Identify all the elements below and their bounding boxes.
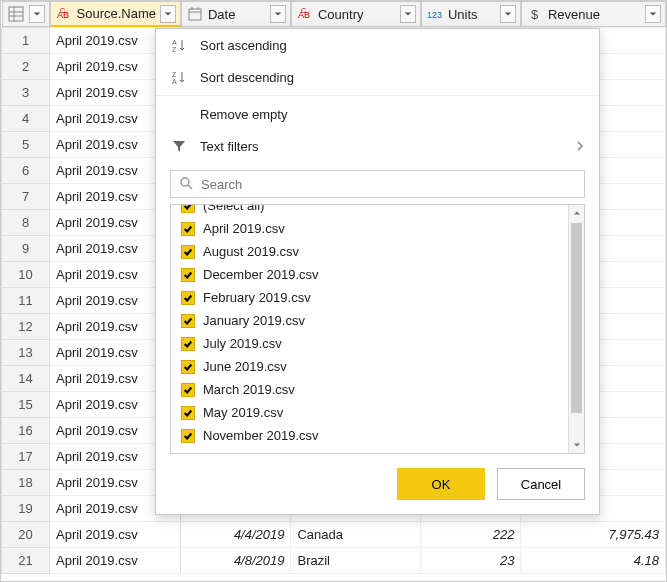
checkbox-checked-icon[interactable] [181,314,195,328]
filter-value-item[interactable]: April 2019.csv [177,217,562,240]
filter-value-item[interactable]: (Select all) [177,205,562,217]
cell-country[interactable]: Canada [291,522,421,548]
search-input-wrap[interactable] [170,170,585,198]
column-header-units[interactable]: 123 Units [421,1,521,27]
menu-label: Text filters [200,139,259,154]
checkbox-checked-icon[interactable] [181,337,195,351]
dropdown-icon[interactable] [500,5,516,23]
row-number[interactable]: 6 [2,158,50,184]
filter-value-item[interactable]: June 2019.csv [177,355,562,378]
svg-text:Z: Z [172,71,177,78]
text-filters[interactable]: Text filters [156,130,599,162]
filter-value-item[interactable]: May 2019.csv [177,401,562,424]
checkbox-checked-icon[interactable] [181,222,195,236]
checkbox-checked-icon[interactable] [181,245,195,259]
row-number[interactable]: 15 [2,392,50,418]
row-number[interactable]: 17 [2,444,50,470]
row-number[interactable]: 11 [2,288,50,314]
svg-text:A: A [172,78,177,84]
sort-ascending[interactable]: AZ Sort ascending [156,29,599,61]
filter-value-item[interactable]: July 2019.csv [177,332,562,355]
filter-value-label: June 2019.csv [203,359,287,374]
row-number[interactable]: 14 [2,366,50,392]
row-number[interactable]: 7 [2,184,50,210]
row-number[interactable]: 13 [2,340,50,366]
column-header-revenue[interactable]: $ Revenue [521,1,666,27]
row-number[interactable]: 4 [2,106,50,132]
row-number[interactable]: 1 [2,28,50,54]
cell-units[interactable]: 222 [421,522,521,548]
table-row[interactable]: 21April 2019.csv4/8/2019Brazil234.18 [2,548,666,574]
cell-date[interactable]: 4/8/2019 [181,548,291,574]
table-row[interactable]: 20April 2019.csv4/4/2019Canada2227,975.4… [2,522,666,548]
cell-source-name[interactable]: April 2019.csv [50,548,181,574]
row-number[interactable]: 19 [2,496,50,522]
dropdown-icon[interactable] [400,5,416,23]
row-number[interactable]: 5 [2,132,50,158]
checkbox-checked-icon[interactable] [181,205,195,213]
dropdown-icon[interactable] [160,5,176,23]
filter-value-item[interactable]: August 2019.csv [177,240,562,263]
sort-asc-icon: AZ [170,38,188,52]
text-type-icon: ABC [296,5,314,23]
remove-empty[interactable]: Remove empty [156,98,599,130]
cell-revenue[interactable]: 7,975.43 [521,522,666,548]
filter-value-item[interactable]: November 2019.csv [177,424,562,447]
text-type-icon: ABC [55,5,73,23]
scrollbar-thumb[interactable] [571,223,582,413]
dropdown-icon[interactable] [645,5,661,23]
cell-country[interactable]: Brazil [291,548,421,574]
filter-value-item[interactable]: March 2019.csv [177,378,562,401]
filter-value-item[interactable]: December 2019.csv [177,263,562,286]
row-number[interactable]: 16 [2,418,50,444]
row-number[interactable]: 8 [2,210,50,236]
checkbox-checked-icon[interactable] [181,406,195,420]
row-number[interactable]: 21 [2,548,50,574]
column-label: Revenue [548,7,600,22]
dropdown-icon[interactable] [29,5,45,23]
date-type-icon [186,5,204,23]
sort-descending[interactable]: ZA Sort descending [156,61,599,93]
cell-revenue[interactable]: 4.18 [521,548,666,574]
cancel-button[interactable]: Cancel [497,468,585,500]
checkbox-checked-icon[interactable] [181,291,195,305]
scroll-down-icon[interactable] [569,437,584,453]
cell-date[interactable]: 4/4/2019 [181,522,291,548]
column-header-date[interactable]: Date [181,1,291,27]
filter-value-label: December 2019.csv [203,267,319,282]
menu-label: Remove empty [200,107,287,122]
filter-value-item[interactable]: February 2019.csv [177,286,562,309]
scroll-up-icon[interactable] [569,205,584,221]
filter-value-label: February 2019.csv [203,290,311,305]
column-header-rownum[interactable] [2,1,50,27]
filter-values-list: (Select all)April 2019.csvAugust 2019.cs… [170,204,585,454]
row-number[interactable]: 9 [2,236,50,262]
svg-text:C: C [301,7,306,14]
filter-value-label: November 2019.csv [203,428,319,443]
row-number[interactable]: 12 [2,314,50,340]
ok-button[interactable]: OK [397,468,485,500]
filter-value-item[interactable]: January 2019.csv [177,309,562,332]
filter-value-label: April 2019.csv [203,221,285,236]
row-number[interactable]: 18 [2,470,50,496]
filter-icon [170,139,188,153]
row-number[interactable]: 2 [2,54,50,80]
checkbox-checked-icon[interactable] [181,429,195,443]
filter-value-label: July 2019.csv [203,336,282,351]
cell-source-name[interactable]: April 2019.csv [50,522,181,548]
checkbox-checked-icon[interactable] [181,383,195,397]
scrollbar[interactable] [568,205,584,453]
search-input[interactable] [199,176,576,193]
cell-units[interactable]: 23 [421,548,521,574]
dropdown-icon[interactable] [270,5,286,23]
column-header-country[interactable]: ABC Country [291,1,421,27]
column-label: Units [448,7,478,22]
svg-text:A: A [172,39,177,46]
row-number[interactable]: 3 [2,80,50,106]
row-number[interactable]: 20 [2,522,50,548]
checkbox-checked-icon[interactable] [181,268,195,282]
number-type-icon: 123 [426,5,444,23]
column-header-source-name[interactable]: ABC Source.Name [50,1,181,27]
row-number[interactable]: 10 [2,262,50,288]
checkbox-checked-icon[interactable] [181,360,195,374]
